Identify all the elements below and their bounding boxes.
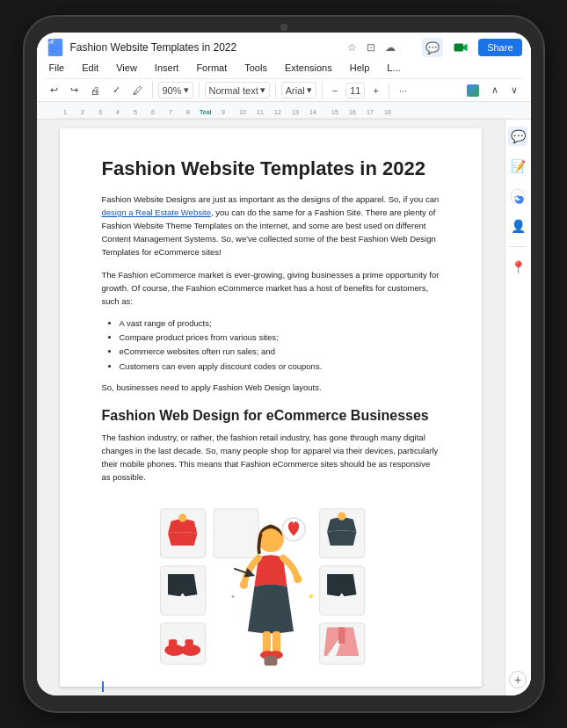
ruler: 1 2 3 4 5 6 7 8 Teal 9 10 11 12 13 14 15 bbox=[37, 102, 531, 120]
menu-view[interactable]: View bbox=[113, 61, 141, 75]
svg-point-30 bbox=[338, 512, 345, 520]
doc-closing-line: So, businesses need to apply Fashion Web… bbox=[102, 381, 440, 394]
font-size-value: 11 bbox=[350, 85, 360, 96]
real-estate-link[interactable]: design a Real Estate Website bbox=[102, 207, 211, 217]
svg-rect-50 bbox=[264, 656, 277, 666]
share-button[interactable]: Share bbox=[478, 39, 521, 56]
svg-rect-44 bbox=[272, 631, 280, 654]
font-size-decrease[interactable]: − bbox=[328, 84, 342, 98]
sidebar-add-button[interactable]: + bbox=[509, 671, 527, 688]
svg-text:10: 10 bbox=[239, 109, 246, 115]
fashion-illustration: ★ ✦ bbox=[156, 499, 385, 674]
svg-text:16: 16 bbox=[349, 109, 356, 115]
menu-format[interactable]: Format bbox=[193, 61, 230, 75]
svg-text:17: 17 bbox=[367, 109, 374, 115]
sidebar-notes-icon[interactable]: 📝 bbox=[508, 157, 527, 176]
svg-text:13: 13 bbox=[292, 109, 299, 115]
text-cursor bbox=[102, 681, 104, 692]
svg-text:12: 12 bbox=[274, 109, 281, 115]
menu-row: File Edit View Insert Format Tools Exten… bbox=[46, 61, 522, 75]
sidebar-maps-icon[interactable]: 📍 bbox=[508, 258, 527, 277]
menu-file[interactable]: File bbox=[46, 61, 69, 75]
menu-tools[interactable]: Tools bbox=[241, 61, 271, 75]
svg-text:14: 14 bbox=[309, 109, 316, 115]
list-item: eCommerce websites often run sales; and bbox=[120, 345, 440, 359]
menu-help[interactable]: Help bbox=[346, 61, 374, 75]
star-icon[interactable]: ☆ bbox=[345, 40, 359, 55]
sidebar-contacts-icon[interactable]: 👤 bbox=[508, 216, 527, 236]
spell-btn[interactable]: ✓ bbox=[108, 83, 125, 98]
svg-text:1: 1 bbox=[63, 109, 67, 115]
sep5 bbox=[389, 83, 389, 98]
font-size-dropdown[interactable]: 11 bbox=[345, 83, 365, 98]
sidebar-divider bbox=[509, 246, 527, 247]
sep2 bbox=[199, 83, 200, 98]
svg-rect-36 bbox=[168, 639, 176, 652]
tablet-frame: Fashion Website Templates in 2022 ☆ ⊡ ☁ … bbox=[25, 17, 543, 711]
menu-more[interactable]: L... bbox=[383, 61, 403, 75]
paint-btn[interactable]: 🖊 bbox=[128, 84, 147, 98]
print-btn[interactable]: 🖨 bbox=[86, 84, 105, 98]
sep1 bbox=[152, 83, 153, 98]
fashion-illustration-area: ★ ✦ bbox=[102, 499, 440, 674]
svg-text:9: 9 bbox=[222, 109, 225, 115]
font-dropdown[interactable]: Arial ▾ bbox=[281, 82, 316, 98]
tablet-camera bbox=[280, 24, 287, 31]
menu-edit[interactable]: Edit bbox=[78, 61, 102, 75]
svg-rect-39 bbox=[338, 627, 345, 644]
chat-icon[interactable]: 💬 bbox=[422, 38, 443, 57]
zoom-dropdown[interactable]: 90% ▾ bbox=[158, 82, 193, 98]
font-arrow: ▾ bbox=[307, 84, 312, 96]
more-btn[interactable]: ··· bbox=[395, 84, 411, 98]
redo-btn[interactable]: ↪ bbox=[66, 83, 83, 98]
svg-rect-38 bbox=[185, 639, 193, 652]
cloud-icon[interactable]: ☁ bbox=[383, 40, 397, 55]
docs-header: Fashion Website Templates in 2022 ☆ ⊡ ☁ … bbox=[37, 33, 531, 102]
svg-text:8: 8 bbox=[186, 109, 190, 115]
page-area[interactable]: Fashion Website Templates in 2022 Fashio… bbox=[37, 120, 505, 695]
zoom-arrow: ▾ bbox=[184, 84, 189, 96]
menu-insert[interactable]: Insert bbox=[151, 61, 183, 75]
svg-text:15: 15 bbox=[331, 109, 338, 115]
svg-rect-4 bbox=[50, 51, 56, 52]
sep3 bbox=[275, 83, 276, 98]
svg-point-41 bbox=[239, 580, 247, 588]
bullet-list: A vast range of products; Compare produc… bbox=[120, 317, 440, 374]
style-arrow: ▾ bbox=[260, 84, 265, 96]
document-page: Fashion Website Templates in 2022 Fashio… bbox=[60, 128, 482, 687]
chevron-up-btn[interactable]: ∧ bbox=[487, 83, 503, 98]
highlight-btn[interactable] bbox=[462, 83, 483, 98]
svg-text:11: 11 bbox=[257, 109, 264, 115]
menu-extensions[interactable]: Extensions bbox=[281, 61, 336, 75]
sidebar-chat-icon[interactable]: 💬 bbox=[508, 127, 527, 146]
svg-text:✦: ✦ bbox=[229, 593, 235, 601]
chevron-down-btn[interactable]: ∨ bbox=[506, 83, 522, 98]
doc-para-1: Fashion Website Designs are just as impo… bbox=[102, 193, 440, 259]
undo-btn[interactable]: ↩ bbox=[46, 83, 62, 98]
svg-text:4: 4 bbox=[116, 109, 120, 115]
history-icon[interactable]: ⊡ bbox=[364, 40, 378, 55]
svg-text:6: 6 bbox=[151, 109, 155, 115]
svg-text:★: ★ bbox=[307, 592, 314, 601]
title-icons: ☆ ⊡ ☁ 💬 Share bbox=[345, 38, 521, 57]
svg-text:18: 18 bbox=[384, 109, 391, 115]
font-size-increase[interactable]: + bbox=[368, 84, 382, 98]
font-value: Arial bbox=[286, 85, 305, 96]
svg-text:Teal: Teal bbox=[200, 109, 212, 115]
svg-text:3: 3 bbox=[98, 109, 102, 115]
doc-para-2: The Fashion eCommerce market is ever-gro… bbox=[102, 268, 440, 309]
sidebar-google-icon[interactable] bbox=[508, 186, 527, 206]
list-item: A vast range of products; bbox=[120, 317, 440, 331]
svg-point-42 bbox=[294, 575, 302, 583]
sep4 bbox=[322, 83, 323, 98]
svg-text:2: 2 bbox=[81, 109, 84, 115]
right-sidebar: 💬 📝 👤 📍 + bbox=[505, 120, 531, 695]
list-item: Compare product prices from various site… bbox=[120, 331, 440, 345]
doc-title: Fashion Website Templates in 2022 bbox=[70, 41, 340, 54]
title-row: Fashion Website Templates in 2022 ☆ ⊡ ☁ … bbox=[46, 38, 522, 57]
svg-point-29 bbox=[178, 513, 186, 521]
zoom-value: 90% bbox=[163, 85, 182, 96]
style-dropdown[interactable]: Normal text ▾ bbox=[205, 82, 270, 98]
meet-icon[interactable] bbox=[448, 38, 473, 57]
ruler-svg: 1 2 3 4 5 6 7 8 Teal 9 10 11 12 13 14 15 bbox=[55, 102, 513, 120]
